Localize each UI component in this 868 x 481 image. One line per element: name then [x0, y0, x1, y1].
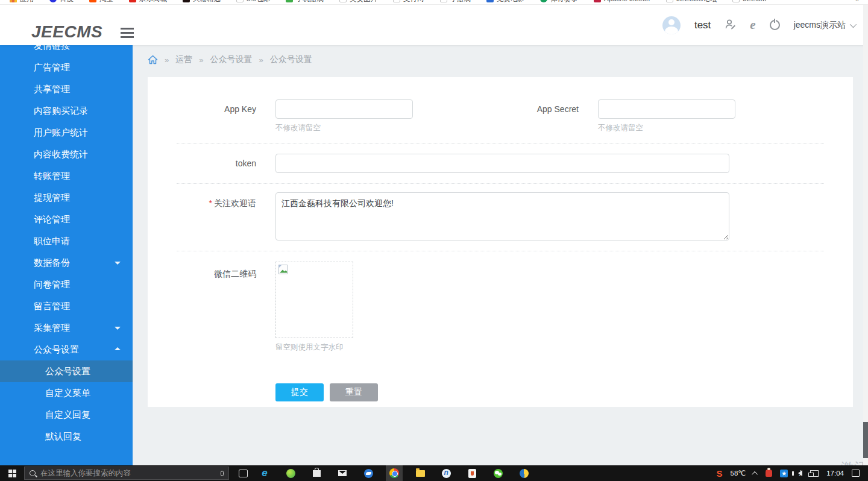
form-card: App Key 不修改请留空 App Secret 不修改请留空 token *…: [148, 77, 853, 407]
taskbar-app-thunderbird[interactable]: [360, 465, 377, 481]
bookmark-item[interactable]: 美女图片: [339, 0, 377, 4]
tray-app-icon[interactable]: [766, 470, 772, 477]
temperature-widget[interactable]: 58℃: [731, 469, 746, 477]
reset-button[interactable]: 重置: [330, 383, 378, 401]
jmeter-icon: [594, 0, 601, 2]
sidebar-item-content-purchase[interactable]: 内容购买记录: [0, 100, 133, 122]
taskbar-app-edge[interactable]: e: [256, 465, 273, 481]
sidebar-subitem-default-reply[interactable]: 默认回复: [0, 426, 133, 447]
bookmark-item[interactable]: 应用: [10, 0, 34, 4]
bookmark-item[interactable]: JEECM: [732, 0, 766, 2]
sidebar-item-message-management[interactable]: 留言管理: [0, 295, 133, 317]
bookmark-item[interactable]: 体育赛事: [540, 0, 578, 4]
search-placeholder: 在这里输入你要搜索的内容: [40, 468, 216, 479]
bookmark-item[interactable]: 天猫精选: [183, 0, 221, 4]
breadcrumb-crumb[interactable]: 运营: [175, 54, 192, 65]
task-view-icon[interactable]: [239, 470, 248, 477]
bookmark-item[interactable]: Apache JMeter: [594, 0, 650, 2]
taskbar-app-wechat[interactable]: [489, 465, 506, 481]
ie-browser-icon[interactable]: e: [750, 17, 755, 33]
page-icon: [339, 0, 347, 2]
submit-button[interactable]: 提交: [275, 383, 324, 401]
bookmark-item[interactable]: 小游戏: [440, 0, 471, 4]
mail-icon: [338, 470, 347, 476]
sidebar-item-withdraw-management[interactable]: 提现管理: [0, 187, 133, 209]
bookmark-item[interactable]: 百度: [49, 0, 74, 4]
taskbar-app-store[interactable]: [308, 465, 325, 481]
home-icon[interactable]: [148, 55, 158, 64]
chevron-down-icon: [850, 20, 857, 27]
page-icon: [666, 0, 673, 2]
hamburger-menu-icon[interactable]: [121, 28, 134, 40]
breadcrumb-crumb[interactable]: 公众号设置: [210, 54, 252, 65]
tmall-icon: [183, 0, 190, 2]
bookmark-item[interactable]: 支付网: [393, 0, 424, 4]
sidebar-item-comment-management[interactable]: 评论管理: [0, 209, 133, 230]
store-icon: [313, 470, 321, 477]
start-button[interactable]: [0, 465, 24, 481]
bookmark-item[interactable]: JEEBBS论坛: [666, 0, 717, 4]
tray-expand-chevron-icon[interactable]: [752, 471, 758, 477]
sidebar-item-survey-management[interactable]: 问卷管理: [0, 274, 133, 295]
bookmarks-overflow-chevron[interactable]: »: [855, 0, 860, 3]
qrcode-upload-box[interactable]: [275, 262, 353, 338]
taskbar-clock[interactable]: 17:04: [826, 470, 844, 477]
action-center-icon[interactable]: [852, 470, 860, 477]
token-input[interactable]: [275, 154, 729, 173]
sidebar-item-collect-management[interactable]: 采集管理: [0, 317, 133, 339]
network-display-icon[interactable]: [810, 470, 819, 477]
sidebar-item-data-backup[interactable]: 数据备份: [0, 252, 133, 274]
sidebar-item-content-fee-stats[interactable]: 内容收费统计: [0, 143, 133, 165]
taskbar-app-cfan[interactable]: [515, 465, 532, 481]
bookmark-item[interactable]: 京东商城: [129, 0, 167, 4]
volume-icon[interactable]: [798, 470, 802, 476]
thunderbird-icon: [364, 469, 373, 478]
sidebar-subitem-custom-menu[interactable]: 自定义菜单: [0, 382, 133, 404]
bookmark-item[interactable]: 免费电影: [486, 0, 524, 4]
vertical-scrollbar[interactable]: [863, 5, 868, 465]
sidebar-item-transfer-management[interactable]: 转账管理: [0, 165, 133, 187]
bookmark-item[interactable]: 5.5包邮: [236, 0, 270, 4]
sogou-icon[interactable]: S: [716, 468, 722, 479]
browser-360-icon: [286, 469, 295, 478]
power-logout-icon[interactable]: [770, 20, 780, 30]
taskbar-app-notes[interactable]: [438, 465, 454, 481]
app-key-input[interactable]: [275, 99, 413, 119]
sidebar-item-friend-links[interactable]: 友情链接: [0, 45, 133, 57]
app-secret-help: 不修改请留空: [598, 123, 735, 133]
scrollbar-thumb[interactable]: [863, 422, 868, 458]
taskbar-app-360[interactable]: [282, 465, 299, 481]
profile-edit-icon[interactable]: [725, 19, 736, 31]
jeecms-logo: JEECMS: [31, 22, 102, 42]
app-key-help: 不修改请留空: [275, 123, 413, 133]
taskbar-search-box[interactable]: 在这里输入你要搜索的内容: [24, 467, 229, 480]
taskbar-app-java[interactable]: [464, 465, 480, 481]
apps-grid-icon: [10, 0, 17, 2]
page-icon: [393, 0, 400, 2]
taskbar-app-mail[interactable]: [334, 465, 351, 481]
taskbar-app-explorer[interactable]: [412, 465, 429, 481]
sidebar-item-wechat-settings-group[interactable]: 公众号设置: [0, 339, 133, 360]
microphone-icon[interactable]: [221, 471, 224, 476]
breadcrumb-crumb[interactable]: 公众号设置: [270, 54, 312, 65]
avatar[interactable]: [662, 16, 681, 34]
app-secret-input[interactable]: [598, 99, 735, 119]
sidebar-subitem-wechat-settings[interactable]: 公众号设置: [0, 360, 133, 382]
windows-logo-icon: [8, 470, 16, 477]
search-icon: [30, 470, 36, 476]
welcome-textarea[interactable]: 江西金磊科技有限公司欢迎您!: [275, 192, 729, 241]
bookmark-item[interactable]: 淘宝: [89, 0, 113, 4]
site-switcher[interactable]: jeecms演示站: [794, 20, 855, 31]
sidebar-item-share-management[interactable]: 共享管理: [0, 78, 133, 100]
sidebar-subitem-custom-reply[interactable]: 自定义回复: [0, 404, 133, 426]
baidu-icon: [49, 0, 57, 2]
tray-star-icon[interactable]: ★: [780, 470, 788, 477]
taskbar-app-chrome[interactable]: [386, 465, 403, 481]
sidebar-item-user-account-stats[interactable]: 用户账户统计: [0, 122, 133, 143]
browser-bookmarks-bar: 应用 百度 淘宝 京东商城 天猫精选 5.5包邮 手机游戏 美女图片 支付网: [0, 0, 868, 5]
bookmark-item[interactable]: 手机游戏: [286, 0, 324, 4]
sidebar-item-ad-management[interactable]: 广告管理: [0, 57, 133, 78]
app-key-label: App Key: [148, 99, 256, 119]
sidebar-item-job-application[interactable]: 职位申请: [0, 230, 133, 252]
cfan-icon: [520, 469, 529, 478]
